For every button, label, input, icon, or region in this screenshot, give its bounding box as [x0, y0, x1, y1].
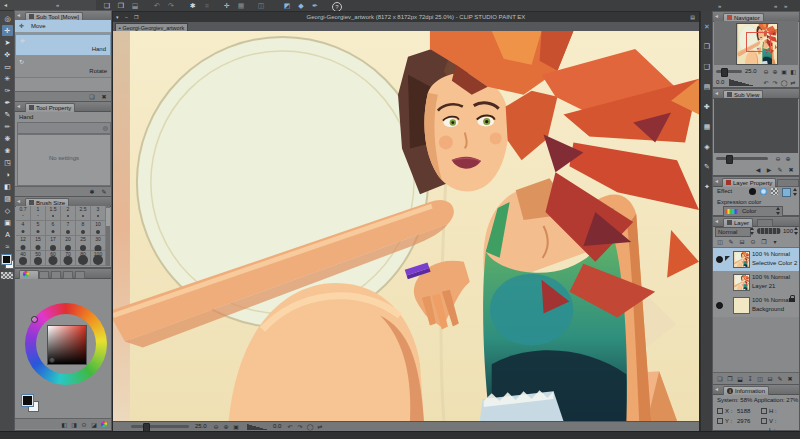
navigator-preview-area[interactable] [714, 21, 798, 65]
status-rotate-reset-icon[interactable]: ◯ [305, 423, 315, 431]
copy-subtool-icon[interactable]: ❏ [87, 93, 97, 101]
material-add-palette-icon[interactable]: ✚ [702, 103, 712, 111]
redo-icon[interactable]: ↷ [166, 2, 176, 10]
grid-icon[interactable]: ⌗ [202, 2, 212, 10]
layer-row-background[interactable]: 100 % Normal Background [713, 294, 799, 318]
brush-size-scrollbar[interactable] [106, 206, 110, 266]
brush-size-cell[interactable]: 10 [91, 221, 106, 236]
layer-mask-create-icon[interactable]: ◫ [755, 375, 765, 383]
material-color-palette-icon[interactable]: ❑ [702, 63, 712, 71]
color-set-tab[interactable] [51, 271, 61, 279]
tool-zoom-icon[interactable]: ◎ [2, 13, 13, 24]
brush-size-cell[interactable]: 15 [31, 236, 46, 251]
canvas[interactable] [113, 31, 699, 421]
sub-view-collapse-icon[interactable]: ◂ [715, 88, 718, 98]
tool-move-icon[interactable]: ✛ [2, 25, 13, 36]
tool-layer-move-icon[interactable]: ✜ [2, 49, 13, 60]
sub-view-prev-icon[interactable]: ◀ [753, 166, 763, 174]
sub-view-clear-icon[interactable]: ✖ [786, 166, 796, 174]
status-rotate-right-icon[interactable]: ↷ [295, 423, 305, 431]
color-slider-tab[interactable] [39, 271, 49, 279]
brush-size-cell[interactable]: 17 [46, 236, 61, 251]
auto-action-palette-icon[interactable]: ✦ [702, 183, 712, 191]
effect-border-icon[interactable] [749, 188, 756, 195]
tool-property-tab[interactable]: Tool Property [25, 103, 75, 112]
quick-access-palette-icon[interactable]: ❒ [702, 43, 712, 51]
brush-size-cell[interactable]: 1.5 [46, 206, 61, 221]
tool-property-settings-icon[interactable]: ✱ [87, 188, 97, 196]
tool-frame-icon[interactable]: ▣ [2, 217, 13, 228]
save-file-icon[interactable]: ⬓ [130, 2, 140, 10]
brush-size-cell[interactable]: 60 [46, 251, 61, 266]
tool-eyedropper-icon[interactable]: ✑ [2, 85, 13, 96]
snap-guide-icon[interactable]: ✒ [310, 2, 320, 10]
layer-property-collapse-icon[interactable]: ◂ [715, 176, 718, 186]
window-restore-icon[interactable]: ❐ [134, 12, 138, 22]
color-history-tab[interactable] [75, 271, 85, 279]
brush-size-cell[interactable]: 7 [61, 221, 76, 236]
delete-subtool-icon[interactable]: ✖ [99, 93, 109, 101]
status-flip-icon[interactable]: ⇄ [315, 423, 325, 431]
material-catalog-palette-icon[interactable]: ◈ [702, 143, 712, 151]
tool-strip-collapse-icon[interactable]: ◂ [4, 0, 7, 10]
navigator-zoom-slider[interactable] [716, 70, 742, 73]
brush-size-cell[interactable]: 30 [91, 236, 106, 251]
snap-special-icon[interactable]: ◆ [296, 2, 306, 10]
history-palette-icon[interactable]: ✎ [702, 163, 712, 171]
left-column-collapse-icon[interactable]: « [56, 0, 59, 10]
crop-view-icon[interactable]: ▦ [236, 2, 246, 10]
material-paper-palette-icon[interactable]: ▤ [702, 83, 712, 91]
brush-size-cell[interactable]: 6 [46, 221, 61, 236]
search-icon[interactable]: ◎ [103, 125, 108, 132]
tool-text-icon[interactable]: A [2, 229, 13, 240]
tool-property-edit-icon[interactable]: ✎ [99, 188, 109, 196]
brush-size-cell[interactable]: 4 [16, 221, 31, 236]
sub-view-zoom-slider[interactable] [716, 157, 768, 160]
layer-lock-toggle-icon[interactable]: ⊟ [737, 238, 747, 246]
new-file-icon[interactable]: ❏ [102, 2, 112, 10]
color-square-icon[interactable]: ◪ [89, 421, 99, 429]
effect-glow-icon[interactable] [760, 188, 767, 195]
brush-size-cell[interactable]: 1 [31, 206, 46, 221]
tool-pen-icon[interactable]: ✒ [2, 97, 13, 108]
delete-layer-icon[interactable]: ✖ [785, 375, 795, 383]
sub-tool-item-hand[interactable]: ✛ Hand [15, 34, 111, 56]
tool-blend-icon[interactable]: ◑ [2, 169, 13, 180]
tool-auto-select-icon[interactable]: ✳ [2, 73, 13, 84]
brush-size-collapse-icon[interactable]: ◂ [17, 196, 20, 206]
edit-layer-icon[interactable]: ✎ [775, 375, 785, 383]
tool-pencil-icon[interactable]: ✎ [2, 109, 13, 120]
status-zoom-out-icon[interactable]: ⊖ [211, 423, 221, 431]
window-menu-icon[interactable]: ▾ [116, 12, 119, 22]
color-mixer-tab[interactable] [63, 271, 73, 279]
brush-size-cell[interactable]: 20 [61, 236, 76, 251]
navigator-fit-icon[interactable]: ◧ [788, 68, 798, 76]
layer-row-layer21[interactable]: 100 % Normal Layer 21 [713, 271, 799, 295]
right-column-expand-icon[interactable]: » [718, 1, 721, 11]
brush-size-cell[interactable]: 2 [61, 206, 76, 221]
layer-reference-icon[interactable]: ❐ [759, 238, 769, 246]
brush-size-cell[interactable]: 0.7 [16, 206, 31, 221]
tool-operation-icon[interactable]: ➤ [2, 37, 13, 48]
tool-eraser-icon[interactable]: ◳ [2, 157, 13, 168]
right-column-collapse-icon[interactable]: « [774, 1, 777, 11]
color-target-icon[interactable]: ⊙ [79, 421, 89, 429]
brush-size-cell[interactable]: 2.5 [76, 206, 91, 221]
layer-property-tab[interactable]: Layer Property [722, 178, 776, 187]
sub-view-zoom-in-icon[interactable]: ⊕ [783, 155, 793, 163]
new-layer-icon[interactable]: ❏ [715, 375, 725, 383]
status-fit-icon[interactable]: ▣ [231, 423, 241, 431]
layer-lock-transparent-icon[interactable]: ⊙ [748, 238, 758, 246]
brush-size-cell[interactable]: 40 [16, 251, 31, 266]
status-rotate-left-icon[interactable]: ↶ [285, 423, 295, 431]
expression-color-stepper[interactable] [775, 207, 781, 215]
window-minimize-icon[interactable]: – [125, 12, 128, 22]
right-column-collapse2-icon[interactable]: » [784, 1, 787, 11]
status-zoom-in-icon[interactable]: ⊕ [221, 423, 231, 431]
layer-draft-icon[interactable]: ✎ [726, 238, 736, 246]
new-folder-icon[interactable]: ❐ [725, 375, 735, 383]
brush-size-cell[interactable]: 80 [76, 251, 91, 266]
foreground-color-swatch[interactable] [2, 255, 11, 264]
sub-tool-collapse-icon[interactable]: ◂ [17, 10, 20, 20]
apply-mask-icon[interactable]: ⊟ [765, 375, 775, 383]
